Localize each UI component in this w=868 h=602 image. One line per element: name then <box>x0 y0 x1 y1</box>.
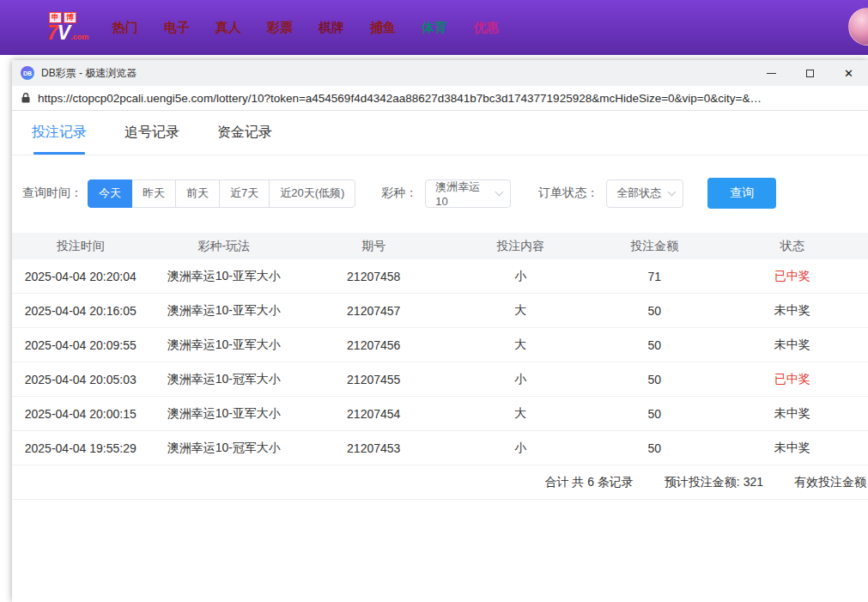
time-filter-group: 今天 昨天 前天 近7天 近20天(低频) <box>88 179 355 208</box>
time-filter-button[interactable]: 昨天 <box>131 179 176 208</box>
logo-main-text: 7 V .com <box>47 23 88 43</box>
maximize-button[interactable] <box>791 60 829 86</box>
page-content: 投注记录 追号记录 资金记录 查询时间： 今天 昨天 前天 近7天 近20天(低… <box>12 111 868 602</box>
order-status-label: 订单状态： <box>538 185 598 201</box>
cell-play: 澳洲幸运10-冠军大小 <box>149 441 299 456</box>
cell-status: 已中奖 <box>717 269 868 284</box>
cell-status: 未中奖 <box>717 406 868 422</box>
cell-amount: 50 <box>592 373 717 386</box>
chevron-down-icon <box>495 187 504 196</box>
nav-item[interactable]: 热门 <box>112 20 138 36</box>
cell-bet-time: 2025-04-04 20:00:15 <box>12 407 149 421</box>
url-text: https://ctopcp02pcali.uengi5e.com/lotter… <box>38 92 859 105</box>
cell-issue: 21207457 <box>299 304 448 318</box>
cell-status: 未中奖 <box>717 441 868 456</box>
cell-content: 大 <box>448 337 592 353</box>
cell-content: 大 <box>448 406 592 422</box>
cell-issue: 21207458 <box>299 270 448 283</box>
nav-item[interactable]: 电子 <box>164 20 190 36</box>
close-icon: ✕ <box>844 67 853 80</box>
col-header-play: 彩种-玩法 <box>149 239 299 254</box>
minimize-icon <box>767 73 776 74</box>
cell-play: 澳洲幸运10-亚军大小 <box>149 303 299 319</box>
col-header-amount: 投注金额 <box>592 239 717 254</box>
bet-row: 2025-04-04 20:00:15 澳洲幸运10-亚军大小 21207454… <box>12 397 868 431</box>
nav-item[interactable]: 真人 <box>215 20 241 36</box>
col-header-status: 状态 <box>717 239 868 254</box>
cell-play: 澳洲幸运10-亚军大小 <box>149 269 299 284</box>
cell-content: 小 <box>448 441 592 456</box>
close-button[interactable]: ✕ <box>829 60 868 86</box>
browser-window: DB DB彩票 - 极速浏览器 ✕ https://ctopcp02pcali.… <box>12 60 868 602</box>
nav-item[interactable]: 优惠 <box>473 20 499 36</box>
summary-total-count: 合计 共 6 条记录 <box>544 475 633 490</box>
order-status-value: 全部状态 <box>616 185 661 201</box>
tab-fund-records[interactable]: 资金记录 <box>217 111 272 155</box>
nav-item[interactable]: 棋牌 <box>319 20 344 36</box>
cell-bet-time: 2025-04-04 20:20:04 <box>12 270 149 283</box>
cell-bet-time: 2025-04-04 20:05:03 <box>12 373 149 386</box>
bet-row: 2025-04-04 19:55:29 澳洲幸运10-冠军大小 21207453… <box>12 431 868 465</box>
lottery-select[interactable]: 澳洲幸运10 <box>425 179 511 208</box>
cell-issue: 21207455 <box>299 373 448 386</box>
site-header: 申 博 7 V .com 热门 电子 真人 彩票 棋牌 捕鱼 体育 优惠 <box>0 0 868 55</box>
cell-amount: 71 <box>592 270 717 283</box>
cell-amount: 50 <box>592 441 717 455</box>
nav-item[interactable]: 捕鱼 <box>370 20 396 36</box>
cell-issue: 21207456 <box>299 338 448 352</box>
cell-status: 未中奖 <box>717 337 868 353</box>
summary-valid-amount: 有效投注金额 <box>794 475 866 490</box>
bet-row: 2025-04-04 20:05:03 澳洲幸运10-冠军大小 21207455… <box>12 362 868 397</box>
bet-records-table: 投注时间 彩种-玩法 期号 投注内容 投注金额 状态 2025-04-04 20… <box>12 233 868 500</box>
user-avatar[interactable] <box>848 8 868 46</box>
col-header-content: 投注内容 <box>448 239 592 254</box>
search-button[interactable]: 查询 <box>707 178 776 209</box>
lottery-select-value: 澳洲幸运10 <box>435 179 489 208</box>
window-controls: ✕ <box>752 60 868 86</box>
main-nav: 热门 电子 真人 彩票 棋牌 捕鱼 体育 优惠 <box>112 20 499 36</box>
logo-seven: 7 <box>47 23 58 43</box>
bet-row: 2025-04-04 20:09:55 澳洲幸运10-亚军大小 21207456… <box>12 328 868 362</box>
cell-content: 大 <box>448 303 592 319</box>
address-bar[interactable]: https://ctopcp02pcali.uengi5e.com/lotter… <box>12 86 868 111</box>
logo-com: .com <box>70 33 88 41</box>
cell-bet-time: 2025-04-04 19:55:29 <box>12 441 149 455</box>
order-status-select[interactable]: 全部状态 <box>606 179 683 208</box>
cell-status: 已中奖 <box>717 372 868 387</box>
cell-play: 澳洲幸运10-亚军大小 <box>149 337 299 353</box>
cell-amount: 50 <box>592 338 717 352</box>
time-filter-button[interactable]: 近7天 <box>219 179 270 208</box>
record-tabs: 投注记录 追号记录 资金记录 <box>12 111 868 155</box>
cell-bet-time: 2025-04-04 20:09:55 <box>12 338 149 352</box>
nav-item[interactable]: 体育 <box>422 20 447 36</box>
summary-expected-amount: 预计投注金额: 321 <box>665 475 763 490</box>
tab-chase-records[interactable]: 追号记录 <box>124 111 179 155</box>
time-filter-button[interactable]: 近20天(低频) <box>269 179 355 208</box>
cell-status: 未中奖 <box>717 303 868 319</box>
maximize-icon <box>806 70 814 77</box>
time-filter-label: 查询时间： <box>22 185 82 201</box>
chevron-down-icon <box>668 187 677 196</box>
bet-row: 2025-04-04 20:16:05 澳洲幸运10-亚军大小 21207457… <box>12 294 868 328</box>
lottery-select-label: 彩种： <box>381 185 417 201</box>
cell-play: 澳洲幸运10-亚军大小 <box>149 406 299 422</box>
time-filter-button[interactable]: 今天 <box>88 179 132 208</box>
logo-vee: V <box>58 23 70 43</box>
nav-item[interactable]: 彩票 <box>267 20 293 36</box>
col-header-bet-time: 投注时间 <box>12 239 149 254</box>
bet-row: 2025-04-04 20:20:04 澳洲幸运10-亚军大小 21207458… <box>12 259 868 294</box>
lock-icon <box>21 92 31 104</box>
col-header-issue: 期号 <box>299 239 448 254</box>
cell-issue: 21207454 <box>299 407 448 421</box>
window-titlebar[interactable]: DB DB彩票 - 极速浏览器 ✕ <box>12 60 868 86</box>
browser-app-icon: DB <box>21 66 34 80</box>
tab-bet-records[interactable]: 投注记录 <box>32 111 87 155</box>
time-filter-button[interactable]: 前天 <box>175 179 220 208</box>
cell-amount: 50 <box>592 304 717 318</box>
minimize-button[interactable] <box>752 60 791 86</box>
cell-play: 澳洲幸运10-冠军大小 <box>149 372 299 387</box>
filter-bar: 查询时间： 今天 昨天 前天 近7天 近20天(低频) 彩种： 澳洲幸运10 订… <box>12 178 868 209</box>
table-summary-row: 合计 共 6 条记录 预计投注金额: 321 有效投注金额 <box>12 465 868 500</box>
table-header-row: 投注时间 彩种-玩法 期号 投注内容 投注金额 状态 <box>12 233 868 259</box>
site-logo[interactable]: 申 博 7 V .com <box>47 12 100 43</box>
